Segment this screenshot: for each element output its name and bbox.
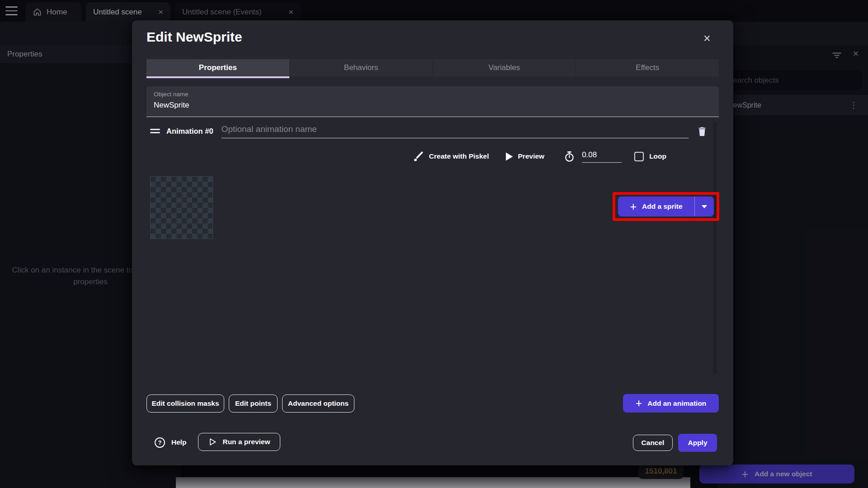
object-name-input[interactable] bbox=[154, 101, 712, 110]
edit-points-button[interactable]: Edit points bbox=[229, 394, 278, 413]
close-icon[interactable]: × bbox=[700, 31, 714, 46]
create-with-piskel-label: Create with Piskel bbox=[429, 152, 489, 160]
add-an-animation-button[interactable]: + Add an animation bbox=[623, 394, 719, 413]
add-a-sprite-button[interactable]: + Add a sprite bbox=[618, 197, 714, 216]
add-a-sprite-dropdown[interactable] bbox=[695, 197, 714, 216]
brush-icon bbox=[412, 150, 424, 162]
add-a-sprite-label: Add a sprite bbox=[642, 202, 683, 211]
sprite-frame-thumbnail[interactable] bbox=[150, 176, 213, 239]
drag-handle-icon[interactable] bbox=[150, 129, 160, 133]
animation-controls-row: Create with Piskel Preview Loop bbox=[146, 146, 666, 167]
edit-sprite-dialog: Edit NewSprite × Properties Behaviors Va… bbox=[132, 20, 733, 465]
run-a-preview-label: Run a preview bbox=[222, 438, 270, 446]
play-outline-icon bbox=[208, 437, 217, 446]
object-name-field[interactable]: Object name bbox=[146, 86, 719, 117]
loop-field: Loop bbox=[634, 152, 666, 161]
run-a-preview-button[interactable]: Run a preview bbox=[198, 433, 280, 451]
delete-animation-icon[interactable] bbox=[697, 125, 708, 137]
preview-button[interactable]: Preview bbox=[505, 152, 545, 161]
edit-collision-masks-button[interactable]: Edit collision masks bbox=[146, 394, 224, 413]
help-icon: ? bbox=[155, 437, 165, 448]
animation-row: Animation #0 bbox=[146, 122, 719, 141]
play-icon bbox=[505, 152, 513, 161]
chevron-down-icon bbox=[702, 205, 707, 208]
create-with-piskel-button[interactable]: Create with Piskel bbox=[412, 150, 489, 162]
dialog-tab-strip: Properties Behaviors Variables Effects bbox=[146, 59, 719, 76]
app-screen: Home Untitled scene × Untitled scene (Ev… bbox=[0, 0, 868, 488]
tab-properties[interactable]: Properties bbox=[146, 59, 290, 76]
dialog-title: Edit NewSprite bbox=[146, 29, 242, 45]
preview-label: Preview bbox=[518, 152, 545, 160]
add-an-animation-label: Add an animation bbox=[647, 399, 706, 408]
loop-checkbox[interactable] bbox=[634, 152, 644, 161]
time-between-frames-field bbox=[563, 150, 622, 163]
advanced-options-button[interactable]: Advanced options bbox=[282, 394, 354, 413]
stopwatch-icon bbox=[563, 150, 576, 163]
animation-label: Animation #0 bbox=[166, 127, 213, 136]
add-a-sprite-main[interactable]: + Add a sprite bbox=[618, 197, 695, 216]
tab-variables[interactable]: Variables bbox=[433, 59, 576, 76]
help-label: Help bbox=[171, 438, 187, 446]
help-button[interactable]: ? Help bbox=[155, 436, 187, 449]
loop-label: Loop bbox=[649, 152, 666, 160]
cancel-button[interactable]: Cancel bbox=[633, 435, 673, 451]
time-between-frames-input[interactable] bbox=[582, 150, 622, 163]
tab-effects[interactable]: Effects bbox=[576, 59, 719, 76]
tab-behaviors[interactable]: Behaviors bbox=[290, 59, 433, 76]
animation-name-input[interactable] bbox=[222, 124, 689, 138]
plus-icon: + bbox=[636, 398, 642, 409]
apply-button[interactable]: Apply bbox=[678, 434, 717, 452]
plus-icon: + bbox=[630, 201, 637, 212]
dialog-scrollbar[interactable] bbox=[713, 122, 717, 375]
object-name-field-label: Object name bbox=[154, 91, 712, 98]
